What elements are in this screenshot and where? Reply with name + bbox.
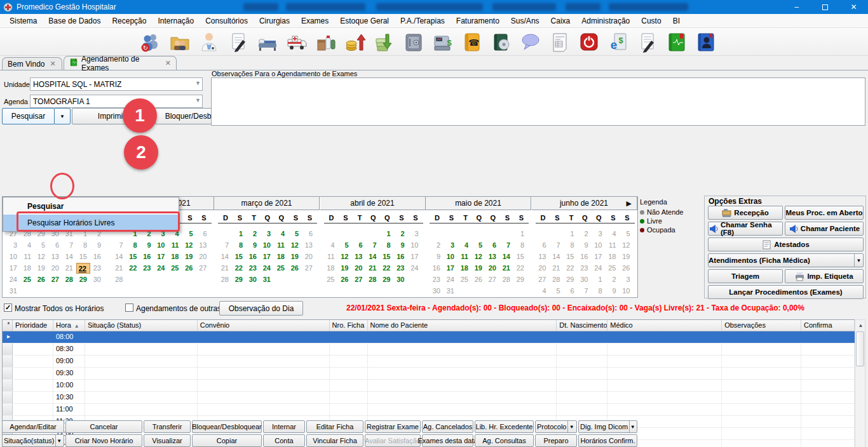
calendar-day[interactable]: 10 [154,240,168,251]
calendar-day[interactable]: 13 [485,251,499,262]
calendar-day[interactable]: 28 [366,274,380,285]
menu-item-exames[interactable]: Exames [295,14,334,28]
calendar-day[interactable]: 29 [513,274,527,285]
calendar-day[interactable]: 13 [536,251,550,262]
e-billing-icon[interactable]: $e [607,30,629,53]
cancelar-button[interactable]: Cancelar [65,420,142,433]
calendar-day[interactable]: 11 [168,240,182,251]
menu-item-sistema[interactable]: Sistema [4,14,43,28]
scroll-up-icon[interactable]: ▲ [855,320,866,331]
calendar-day[interactable]: 28 [112,274,126,285]
calendar-day[interactable]: 5 [338,240,352,251]
atestados-button[interactable]: Atestados [708,237,864,251]
row-selector[interactable] [3,368,13,379]
calendar-day[interactable]: 2 [578,229,592,239]
tab-close-icon[interactable]: ✕ [50,60,55,68]
menu-item-sus-ans[interactable]: Sus/Ans [505,14,545,28]
calendar-day[interactable]: 28 [550,274,564,285]
calendar-day[interactable]: 6 [302,229,316,239]
calendar-day[interactable]: 23 [90,263,104,274]
calendar-day[interactable]: 17 [260,251,274,262]
tab-close-icon[interactable]: ✕ [165,59,171,67]
calendar-day[interactable]: 26 [182,263,196,274]
column-header-confirma[interactable]: Confirma [801,320,855,331]
calendar-day[interactable]: 25 [168,263,182,274]
menu-item-estoque-geral[interactable]: Estoque Geral [334,14,395,28]
menu-item-consult-rios[interactable]: Consultórios [200,14,254,28]
schedule-row[interactable]: 10:00 [3,380,855,392]
calendar-day[interactable]: 11 [20,251,34,262]
calendar-day[interactable]: 14 [62,251,76,262]
vincular-ficha-button[interactable]: Vincular Ficha [306,434,363,447]
calendar-day[interactable]: 2 [246,229,260,239]
calendar-day[interactable]: 14 [550,251,564,262]
lan-ar-procedimentos-exames-button[interactable]: Lançar Procedimentos (Exames) [708,285,864,299]
menu-item-caixa[interactable]: Caixa [545,14,576,28]
calendar-day[interactable]: 30 [394,274,408,285]
chamar-paciente-button[interactable]: Chamar Paciente [785,222,864,236]
menu-item-cirurgias[interactable]: Cirurgias [254,14,295,28]
row-selector[interactable] [3,392,13,403]
calendar-day[interactable]: 24 [260,263,274,274]
ag-cancelados-button[interactable]: Ag. Cancelados [422,420,473,433]
calendar-day[interactable]: 31 [6,286,20,297]
calendar-day[interactable]: 23 [246,263,260,274]
calendar-day[interactable]: 27 [485,274,499,285]
calendar-day[interactable]: 7 [112,240,126,251]
calendar-day[interactable]: 29 [232,274,246,285]
calendar-day[interactable]: 23 [430,274,444,285]
calendar-day[interactable]: 10 [6,251,20,262]
calendar-day[interactable]: 5 [288,229,302,239]
column-header-situa-o-status[interactable]: Situação (Status) [85,320,198,331]
calendar-day[interactable]: 10 [444,251,458,262]
calendar-day[interactable]: 19 [288,251,302,262]
protocolo-button[interactable]: Protocolo▼ [535,420,577,433]
calendar-day[interactable]: 4 [324,240,338,251]
calendar-day[interactable]: 21 [550,263,564,274]
calendar-day[interactable]: 5 [34,240,48,251]
calendar-day[interactable]: 24 [154,263,168,274]
calendar-next-icon[interactable]: ▶ [627,199,632,208]
calendar-day[interactable]: 8 [76,240,90,251]
pesquisar-dropdown-button[interactable]: ▼ [54,108,71,124]
calendar-day[interactable]: 16 [394,251,408,262]
calendar-day[interactable]: 18 [324,263,338,274]
calendar-day[interactable]: 4 [20,240,34,251]
calendar-day[interactable]: 5 [182,229,196,239]
calendar-day[interactable]: 18 [20,263,34,274]
calendar-day[interactable]: 4 [274,229,288,239]
calendar-day[interactable]: 24 [592,263,606,274]
calendar-day[interactable]: 13 [352,251,366,262]
column-header-observa-es[interactable]: Observações [722,320,801,331]
calendar-day[interactable]: 26 [620,263,634,274]
bloquear-desbloquear-button[interactable]: Bloquear/Desbloquear [192,420,262,433]
calendar-day[interactable]: 16 [140,251,154,262]
calendar-day[interactable]: 1 [232,229,246,239]
calendar-day[interactable]: 20 [48,263,62,274]
calendar-day[interactable]: 30 [578,274,592,285]
calendar-day[interactable]: 16 [90,251,104,262]
calendar-day[interactable]: 8 [380,240,394,251]
calendar-day[interactable]: 18 [458,263,471,274]
maximize-button[interactable] [811,0,839,14]
chevron-down-icon[interactable]: ▼ [195,80,201,86]
calendar-day[interactable]: 4 [536,286,550,297]
doctor-icon[interactable] [198,30,220,53]
conta-button[interactable]: Conta [263,434,305,447]
menu-item-custo[interactable]: Custo [635,14,667,28]
calendar-day[interactable]: 10 [260,240,274,251]
hor-rios-confirm-button[interactable]: Horários Confirm. [578,434,637,447]
contract-icon[interactable] [636,30,658,53]
calendar-day[interactable]: 7 [550,240,564,251]
menu-item-p-a-terapias[interactable]: P.A./Terapias [395,14,451,28]
triagem-button[interactable]: Triagem [708,269,783,283]
menu-item-faturamento[interactable]: Faturamento [451,14,505,28]
calendar-day[interactable]: 3 [620,274,634,285]
calendar-day[interactable]: 5 [620,229,634,239]
calendar-day[interactable]: 12 [182,240,196,251]
internar-button[interactable]: Internar [263,420,305,433]
observacoes-textarea[interactable] [211,77,865,126]
calendar-day[interactable]: 2 [430,240,444,251]
chevron-down-icon[interactable]: ▼ [629,421,635,432]
calendar-day[interactable]: 15 [232,251,246,262]
